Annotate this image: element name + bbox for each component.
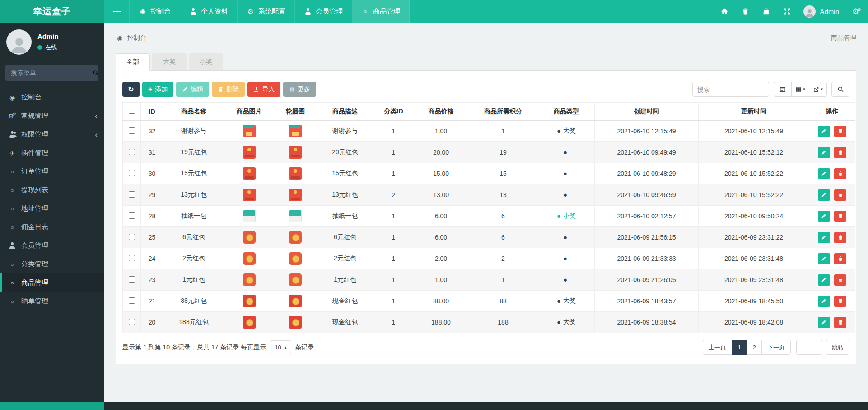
sidebar-item[interactable]: 地址管理 ‹ bbox=[0, 199, 104, 218]
delete-button[interactable] bbox=[834, 253, 846, 264]
carousel-image-thumbnail[interactable] bbox=[289, 167, 302, 180]
jump-button[interactable]: 跳转 bbox=[826, 340, 849, 355]
delete-button[interactable] bbox=[834, 189, 846, 201]
page-size-select[interactable]: 10 ▴ bbox=[270, 340, 291, 354]
prev-page-button[interactable]: 上一页 bbox=[703, 340, 732, 355]
sidebar-item[interactable]: 插件管理 ‹ bbox=[0, 144, 104, 162]
tab[interactable]: 小奖 bbox=[189, 53, 223, 70]
home-icon-button[interactable] bbox=[714, 0, 735, 23]
delete-button[interactable] bbox=[834, 147, 846, 158]
row-checkbox[interactable] bbox=[129, 127, 135, 134]
sidebar-item[interactable]: 常规管理 ‹ bbox=[0, 107, 104, 125]
edit-button[interactable] bbox=[818, 232, 830, 243]
topnav-item[interactable]: 商品管理 bbox=[352, 0, 410, 23]
row-checkbox[interactable] bbox=[129, 297, 135, 304]
sidebar-item[interactable]: 晒单管理 ‹ bbox=[0, 292, 104, 311]
product-image-thumbnail[interactable] bbox=[243, 231, 256, 244]
carousel-image-thumbnail[interactable] bbox=[289, 231, 302, 244]
edit-button-toolbar[interactable]: 编辑 bbox=[176, 82, 209, 97]
edit-button[interactable] bbox=[818, 168, 830, 179]
row-checkbox[interactable] bbox=[129, 191, 135, 198]
page-number-button[interactable]: 1 bbox=[732, 340, 747, 355]
sidebar-item[interactable]: 控制台 ‹ bbox=[0, 88, 104, 107]
page-number-button[interactable]: 2 bbox=[747, 340, 762, 355]
product-image-thumbnail[interactable] bbox=[243, 295, 256, 307]
delete-button[interactable] bbox=[834, 274, 846, 286]
topnav-item[interactable]: 个人资料 bbox=[180, 0, 237, 23]
delete-button[interactable] bbox=[834, 296, 846, 307]
breadcrumb[interactable]: 控制台 bbox=[116, 34, 146, 42]
row-checkbox[interactable] bbox=[129, 319, 135, 325]
carousel-image-thumbnail[interactable] bbox=[289, 252, 302, 265]
tab[interactable]: 大奖 bbox=[152, 53, 187, 70]
sidebar-item[interactable]: 提现列表 ‹ bbox=[0, 181, 104, 199]
delete-button[interactable] bbox=[834, 168, 846, 179]
carousel-image-thumbnail[interactable] bbox=[289, 316, 302, 329]
topbar-user-menu[interactable]: Admin bbox=[797, 0, 845, 23]
product-image-thumbnail[interactable] bbox=[243, 273, 256, 286]
settings-icon[interactable] bbox=[845, 0, 868, 23]
edit-button[interactable] bbox=[818, 274, 830, 286]
sidebar-toggle-button[interactable] bbox=[104, 0, 129, 23]
next-page-button[interactable]: 下一页 bbox=[761, 340, 791, 355]
carousel-image-thumbnail[interactable] bbox=[289, 146, 302, 159]
tab[interactable]: 全部 bbox=[116, 53, 150, 71]
search-submit-button[interactable] bbox=[831, 82, 849, 97]
sidebar-item[interactable]: 分类管理 ‹ bbox=[0, 255, 104, 273]
sidebar-search-input[interactable] bbox=[11, 69, 93, 76]
delete-button[interactable] bbox=[834, 317, 846, 328]
edit-button[interactable] bbox=[818, 253, 830, 264]
detail-view-button[interactable] bbox=[774, 82, 792, 97]
edit-button[interactable] bbox=[818, 296, 830, 307]
clear-cache-icon-button[interactable] bbox=[735, 0, 756, 23]
topnav-item[interactable]: 控制台 bbox=[129, 0, 180, 23]
carousel-image-thumbnail[interactable] bbox=[289, 125, 302, 137]
row-checkbox[interactable] bbox=[129, 212, 135, 219]
edit-button[interactable] bbox=[818, 211, 830, 222]
product-image-thumbnail[interactable] bbox=[243, 146, 256, 159]
sidebar-item[interactable]: 佣金日志 ‹ bbox=[0, 218, 104, 236]
delete-button[interactable] bbox=[834, 126, 846, 137]
import-button[interactable]: 导入 bbox=[247, 82, 280, 97]
row-checkbox[interactable] bbox=[129, 234, 135, 240]
more-button[interactable]: 更多 bbox=[283, 82, 316, 97]
jump-page-input[interactable] bbox=[796, 340, 822, 355]
product-image-thumbnail[interactable] bbox=[243, 189, 256, 201]
product-image-thumbnail[interactable] bbox=[243, 210, 256, 222]
edit-button[interactable] bbox=[818, 189, 830, 201]
sidebar-item[interactable]: 商品管理 ‹ bbox=[0, 273, 104, 292]
shop-icon-button[interactable] bbox=[756, 0, 776, 23]
carousel-image-thumbnail[interactable] bbox=[289, 273, 302, 286]
delete-button[interactable] bbox=[834, 232, 846, 243]
product-image-thumbnail[interactable] bbox=[243, 125, 256, 137]
carousel-image-thumbnail[interactable] bbox=[289, 210, 302, 222]
sidebar-item[interactable]: 会员管理 ‹ bbox=[0, 236, 104, 255]
delete-button-toolbar[interactable]: 删除 bbox=[212, 82, 245, 97]
fullscreen-icon-button[interactable] bbox=[776, 0, 797, 23]
export-button[interactable]: ▾ bbox=[809, 82, 827, 97]
product-image-thumbnail[interactable] bbox=[243, 316, 256, 329]
product-image-thumbnail[interactable] bbox=[243, 252, 256, 265]
topnav-item[interactable]: 会员管理 bbox=[294, 0, 352, 23]
avatar[interactable] bbox=[6, 29, 32, 55]
carousel-image-thumbnail[interactable] bbox=[289, 189, 302, 201]
row-checkbox[interactable] bbox=[129, 276, 135, 283]
carousel-image-thumbnail[interactable] bbox=[289, 295, 302, 307]
topnav-item[interactable]: 系统配置 bbox=[237, 0, 294, 23]
edit-button[interactable] bbox=[818, 147, 830, 158]
brand-logo[interactable]: 幸运盒子 bbox=[0, 0, 104, 23]
edit-button[interactable] bbox=[818, 126, 830, 137]
sidebar-item[interactable]: 权限管理 ‹ bbox=[0, 125, 104, 144]
select-all-checkbox[interactable] bbox=[129, 108, 135, 114]
row-checkbox[interactable] bbox=[129, 170, 135, 176]
columns-button[interactable]: ▾ bbox=[791, 82, 809, 97]
sidebar-item[interactable]: 订单管理 ‹ bbox=[0, 162, 104, 181]
delete-button[interactable] bbox=[834, 211, 846, 222]
table-search-input[interactable] bbox=[692, 82, 769, 97]
row-checkbox[interactable] bbox=[129, 149, 135, 155]
add-button[interactable]: + 添加 bbox=[142, 82, 173, 97]
product-image-thumbnail[interactable] bbox=[243, 167, 256, 180]
edit-button[interactable] bbox=[818, 317, 830, 328]
row-checkbox[interactable] bbox=[129, 255, 135, 261]
refresh-button[interactable]: ↻ bbox=[122, 82, 140, 97]
